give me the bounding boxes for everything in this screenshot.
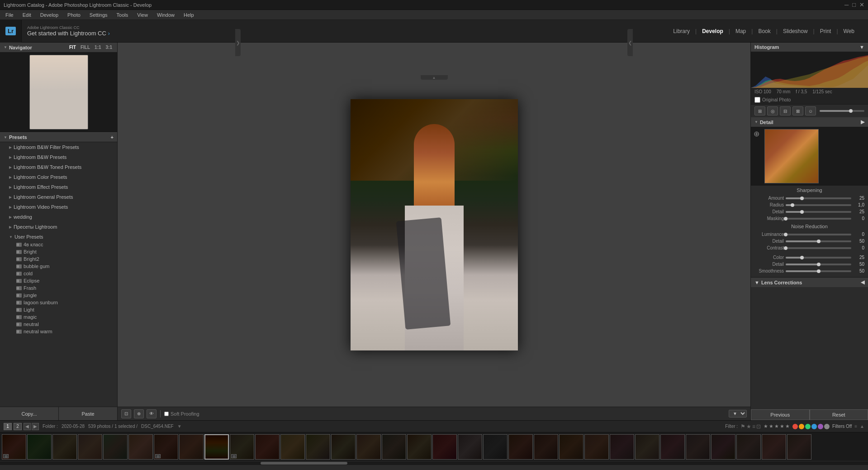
film-thumb-26[interactable]: [635, 434, 659, 460]
get-started[interactable]: Get started with Lightroom CC ›: [27, 30, 663, 37]
filters-expand-icon[interactable]: ≡: [854, 424, 857, 429]
preset-group-lightroom-ru-header[interactable]: ▶ Пресеты Lightroom: [0, 223, 117, 231]
soft-proofing-checkbox[interactable]: [164, 412, 169, 416]
nr-contrast-slider[interactable]: [786, 247, 851, 249]
minimize-button[interactable]: ─: [844, 1, 849, 8]
sharpening-masking-thumb[interactable]: [784, 217, 787, 221]
nr-contrast-thumb[interactable]: [784, 246, 787, 250]
reset-button[interactable]: Reset: [810, 409, 868, 420]
film-thumb-14[interactable]: [331, 434, 356, 460]
right-panel-collapse-arrow[interactable]: ❮: [627, 29, 633, 56]
preset-group-effect-header[interactable]: ▶ Lightroom Effect Presets: [0, 183, 117, 191]
film-thumb-19[interactable]: [458, 434, 482, 460]
preset-group-general-header[interactable]: ▶ Lightroom General Presets: [0, 193, 117, 201]
nr-luminance-slider[interactable]: [786, 234, 851, 235]
module-map[interactable]: Map: [731, 26, 750, 36]
film-thumb-1[interactable]: ⊡: [2, 434, 26, 460]
color-flag-gray[interactable]: [824, 424, 830, 429]
nr-detail-thumb[interactable]: [817, 240, 821, 243]
view-loupe-button[interactable]: ◎: [767, 106, 778, 115]
film-thumb-20[interactable]: [483, 434, 508, 460]
film-thumb-24[interactable]: [584, 434, 609, 460]
preset-bubblegum[interactable]: ⊞ bubble gum: [0, 263, 117, 270]
toolbar-select[interactable]: ▼: [729, 410, 747, 417]
maximize-button[interactable]: □: [852, 1, 856, 8]
menu-file[interactable]: File: [4, 11, 15, 19]
preset-jungle[interactable]: ⊞ jungle: [0, 292, 117, 299]
histogram-collapse[interactable]: ▼: [859, 44, 864, 50]
filmstrip-scroll-thumb[interactable]: [261, 462, 347, 465]
menu-window[interactable]: Window: [155, 11, 176, 19]
film-thumb-25[interactable]: [610, 434, 634, 460]
menu-view[interactable]: View: [135, 11, 150, 19]
film-thumb-13[interactable]: [306, 434, 330, 460]
filter-color-icon[interactable]: ⊡: [756, 423, 761, 430]
preset-4klass[interactable]: ⊞ 4в класс: [0, 241, 117, 248]
film-thumb-22[interactable]: [534, 434, 558, 460]
star-4[interactable]: ★: [780, 423, 784, 429]
film-thumb-7[interactable]: ⊡: [154, 434, 178, 460]
preset-group-color-header[interactable]: ▶ Lightroom Color Presets: [0, 173, 117, 181]
filmstrip-prev-arrow[interactable]: ◀: [24, 423, 31, 430]
film-thumb-6[interactable]: [128, 434, 153, 460]
preset-group-video-header[interactable]: ▶ Lightroom Video Presets: [0, 203, 117, 211]
preset-eclipse[interactable]: ⊞ Eclipse: [0, 277, 117, 284]
copy-button[interactable]: Copy...: [0, 407, 59, 420]
sharpening-radius-thumb[interactable]: [791, 203, 794, 207]
film-thumb-5[interactable]: [103, 434, 128, 460]
nr-detail-slider[interactable]: [786, 240, 851, 242]
filters-options-icon[interactable]: ▲: [860, 424, 864, 429]
film-thumb-11[interactable]: [255, 434, 280, 460]
menu-settings[interactable]: Settings: [88, 11, 109, 19]
color-flag-green[interactable]: [805, 424, 811, 429]
preset-group-bw-header[interactable]: ▶ Lightroom B&W Presets: [0, 153, 117, 161]
left-panel-collapse-arrow[interactable]: ❯: [235, 29, 241, 56]
filter-flag-icon[interactable]: ⚑: [740, 423, 745, 430]
crop-tool-button[interactable]: ⊡: [121, 409, 131, 418]
film-thumb-21[interactable]: [508, 434, 533, 460]
nr-smoothness-slider[interactable]: [786, 270, 851, 272]
color-flag-blue[interactable]: [811, 424, 817, 429]
film-thumb-16[interactable]: [382, 434, 406, 460]
preset-bright2[interactable]: ⊞ Bright2: [0, 255, 117, 263]
sharpening-amount-thumb[interactable]: [800, 197, 804, 200]
module-develop[interactable]: Develop: [697, 26, 728, 36]
view-survey-button[interactable]: ⊠: [792, 106, 803, 115]
paste-button[interactable]: Paste: [59, 407, 117, 420]
presets-header[interactable]: ▼ Presets +: [0, 132, 117, 142]
nr-smoothness-thumb[interactable]: [817, 269, 821, 273]
module-slideshow[interactable]: Slideshow: [778, 26, 812, 36]
filter-sort-icon[interactable]: ≡: [752, 423, 755, 430]
filmstrip-folder-name[interactable]: 2020-05-28: [62, 424, 85, 429]
film-thumb-2[interactable]: [27, 434, 52, 460]
film-thumb-31[interactable]: [762, 434, 786, 460]
menu-develop[interactable]: Develop: [38, 11, 60, 19]
preset-magic[interactable]: ⊞ magic: [0, 313, 117, 321]
module-library[interactable]: Library: [669, 26, 694, 36]
view-people-button[interactable]: ☺: [805, 106, 816, 115]
film-thumb-15[interactable]: [356, 434, 381, 460]
detail-collapse[interactable]: ▶: [861, 119, 864, 125]
film-thumb-30[interactable]: [736, 434, 761, 460]
film-thumb-18[interactable]: [432, 434, 457, 460]
filter-star-icon[interactable]: ★: [746, 423, 751, 430]
film-thumb-17[interactable]: [407, 434, 432, 460]
sharpening-detail-thumb[interactable]: [800, 210, 804, 214]
filmstrip-page-1[interactable]: 1: [4, 423, 12, 430]
preset-group-bw-filter-header[interactable]: ▶ Lightroom B&W Filter Presets: [0, 143, 117, 151]
filmstrip-file[interactable]: DSC_6454.NEF: [141, 424, 174, 429]
preset-bright[interactable]: ⊞ Bright: [0, 248, 117, 255]
film-thumb-23[interactable]: [559, 434, 583, 460]
preset-neutral-warm[interactable]: ⊞ neutral warm: [0, 328, 117, 335]
sharpening-amount-slider[interactable]: [786, 197, 851, 199]
film-thumb-32[interactable]: [787, 434, 811, 460]
film-thumb-9-active[interactable]: [204, 434, 229, 460]
filmstrip-next-arrow[interactable]: ▶: [32, 423, 39, 430]
preset-group-user-header[interactable]: ▼ User Presets: [0, 233, 117, 241]
nr-color-slider[interactable]: [786, 257, 851, 259]
menu-edit[interactable]: Edit: [21, 11, 33, 19]
zoom-fill[interactable]: FILL: [79, 44, 91, 50]
film-thumb-3[interactable]: [52, 434, 77, 460]
top-collapse-arrow[interactable]: ▲: [421, 75, 448, 80]
preset-cold[interactable]: ⊞ cold: [0, 270, 117, 277]
